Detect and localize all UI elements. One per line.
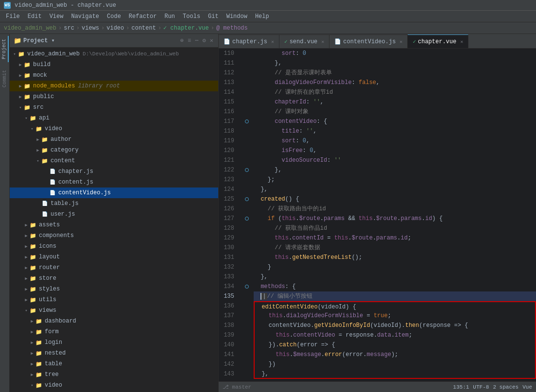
tree-item-components[interactable]: ▶ 📁 components xyxy=(10,230,218,241)
tree-item-content-video-js[interactable]: 📄 contentVideo.js xyxy=(10,187,218,198)
tab-chapter-vue-close[interactable]: ✕ xyxy=(460,39,463,45)
menu-refactor[interactable]: Refactor xyxy=(125,12,161,21)
tree-arrow-table: ▶ xyxy=(29,361,35,367)
commit-tab[interactable]: Commit xyxy=(1,67,8,90)
menu-view[interactable]: View xyxy=(46,12,68,21)
tree-item-views[interactable]: ▾ 📁 views xyxy=(10,305,218,316)
tree-item-root[interactable]: ▾ 📁 video_admin_web D:\Develop\Web\video… xyxy=(10,49,218,59)
content-video-js-icon: 📄 xyxy=(49,189,56,197)
tree-item-public[interactable]: ▶ 📁 public xyxy=(10,91,218,102)
tree-item-styles[interactable]: ▶ 📁 styles xyxy=(10,284,218,294)
tree-item-table-js[interactable]: 📄 table.js xyxy=(10,198,218,209)
menu-help[interactable]: Help xyxy=(251,12,273,21)
tree-item-icons[interactable]: ▶ 📁 icons xyxy=(10,241,218,252)
tree-arrow-root: ▾ xyxy=(12,51,17,57)
tab-chapter-js-close[interactable]: ✕ xyxy=(271,39,274,45)
breadcrumb-views[interactable]: views xyxy=(82,25,99,32)
tab-content-video-js[interactable]: 📄 contentVideo.js ✕ xyxy=(329,34,408,48)
tab-content-video-js-close[interactable]: ✕ xyxy=(399,39,402,45)
sort-icon[interactable]: ≡ xyxy=(187,37,192,44)
tree-item-content-js[interactable]: 📄 content.js xyxy=(10,177,218,187)
tree-item-chapter-js[interactable]: 📄 chapter.js xyxy=(10,166,218,177)
breadcrumb-src[interactable]: src xyxy=(64,25,74,32)
breadcrumb-project[interactable]: video_admin_web xyxy=(4,25,56,32)
tree-item-form[interactable]: ▶ 📁 form xyxy=(10,326,218,337)
tree-item-mock[interactable]: ▶ 📁 mock xyxy=(10,70,218,81)
menu-edit[interactable]: Edit xyxy=(24,12,46,21)
breadcrumb-content[interactable]: content xyxy=(131,25,156,32)
tree-item-build[interactable]: ▶ 📁 build xyxy=(10,59,218,70)
tree-arrow-icons: ▶ xyxy=(23,243,29,249)
code-line-138: contentVideo.getVideoInfoById(videoId).t… xyxy=(254,321,536,330)
tree-item-store[interactable]: ▶ 📁 store xyxy=(10,273,218,284)
code-line-132: } xyxy=(254,262,536,272)
menu-run[interactable]: Run xyxy=(160,12,179,21)
code-line-134: methods: { xyxy=(254,282,536,291)
tree-item-router[interactable]: ▶ 📁 router xyxy=(10,262,218,273)
tree-label-utils: utils xyxy=(39,296,56,303)
tree-item-utils[interactable]: ▶ 📁 utils xyxy=(10,294,218,305)
breadcrumb-method[interactable]: @ methods xyxy=(216,25,248,32)
code-line-116: // 课时对象 xyxy=(254,107,536,117)
tree-item-src[interactable]: ▾ 📁 src xyxy=(10,102,218,113)
breakpoint-127[interactable] xyxy=(245,217,249,221)
code-line-137: this.dialogVideoFormVisible = true; xyxy=(254,311,536,321)
code-line-113: dialogVideoFormVisible: false, xyxy=(254,78,536,87)
tree-item-nested[interactable]: ▶ 📁 nested xyxy=(10,348,218,358)
icons-folder-icon: 📁 xyxy=(29,242,37,250)
tree-arrow-category: ▶ xyxy=(35,147,41,153)
tree-item-table[interactable]: ▶ 📁 table xyxy=(10,358,218,369)
collapse-all-icon[interactable]: ⊕ xyxy=(179,37,185,44)
styles-folder-icon: 📁 xyxy=(29,285,37,293)
status-type: Vue xyxy=(522,384,532,390)
tab-chapter-vue[interactable]: ✓ chapter.vue ✕ xyxy=(408,34,468,48)
project-tab[interactable]: Project xyxy=(0,36,9,62)
tree-item-node-modules[interactable]: ▶ 📁 node_modules library root xyxy=(10,81,218,91)
breakpoint-122[interactable] xyxy=(245,168,249,172)
tree-item-content[interactable]: ▾ 📁 content xyxy=(10,155,218,166)
tree-item-video-api[interactable]: ▾ 📁 video xyxy=(10,123,218,134)
tree-label-video-views: video xyxy=(45,382,62,389)
tree-item-video-views[interactable]: ▾ 📁 video xyxy=(10,380,218,391)
editor-content[interactable]: 110 111 112 113 114 115 116 117 118 119 … xyxy=(219,49,536,381)
breadcrumb-video[interactable]: video xyxy=(106,25,124,32)
window-title: video_admin_web - chapter.vue xyxy=(15,2,116,9)
tab-send-vue[interactable]: ✓ send.vue ✕ xyxy=(279,34,329,48)
breakpoint-134[interactable] xyxy=(245,285,249,289)
code-line-143: }, xyxy=(254,369,536,379)
menu-code[interactable]: Code xyxy=(103,12,125,21)
tree-item-dashboard[interactable]: ▶ 📁 dashboard xyxy=(10,316,218,326)
close-panel-icon[interactable]: ✕ xyxy=(209,37,214,44)
breadcrumb-file[interactable]: ✓ chapter.vue xyxy=(163,24,209,32)
menu-file[interactable]: File xyxy=(2,12,24,21)
menu-git[interactable]: Git xyxy=(204,12,223,21)
code-line-122: }, xyxy=(254,165,536,175)
breakpoint-117[interactable] xyxy=(245,119,249,123)
tree-item-author[interactable]: ▶ 📁 author xyxy=(10,134,218,145)
tree-item-layout[interactable]: ▶ 📁 layout xyxy=(10,252,218,262)
menu-tools[interactable]: Tools xyxy=(179,12,204,21)
code-line-123: }; xyxy=(254,175,536,185)
tree-item-category[interactable]: ▶ 📁 category xyxy=(10,145,218,155)
breakpoint-125[interactable] xyxy=(245,197,249,201)
tree-item-user-js[interactable]: 📄 user.js xyxy=(10,209,218,220)
video-views-folder-icon: 📁 xyxy=(35,381,43,389)
tree-arrow-nested: ▶ xyxy=(29,350,35,356)
code-editor[interactable]: sort: 0 }, // 是否显示课时表单 dialogVideoFormVi… xyxy=(252,49,536,381)
tree-label-router: router xyxy=(39,264,60,271)
tree-item-tree[interactable]: ▶ 📁 tree xyxy=(10,369,218,380)
tab-chapter-vue-icon: ✓ xyxy=(413,38,416,45)
tree-label-assets: assets xyxy=(39,222,60,228)
tab-chapter-js[interactable]: 📄 chapter.js ✕ xyxy=(219,34,279,48)
tree-item-assets[interactable]: ▶ 📁 assets xyxy=(10,220,218,230)
code-line-118: title: '', xyxy=(254,126,536,136)
more-icon[interactable]: ⋯ xyxy=(194,37,199,44)
menu-window[interactable]: Window xyxy=(223,12,251,21)
tab-send-vue-close[interactable]: ✕ xyxy=(321,39,324,45)
code-line-120: isFree: 0, xyxy=(254,146,536,155)
settings-icon[interactable]: ⚙ xyxy=(202,37,207,44)
menu-navigate[interactable]: Navigate xyxy=(67,12,103,21)
tree-item-login[interactable]: ▶ 📁 login xyxy=(10,337,218,348)
tree-item-api[interactable]: ▾ 📁 api xyxy=(10,113,218,123)
status-bar: ⎇ master 135:1 UTF-8 2 spaces Vue xyxy=(219,381,536,392)
